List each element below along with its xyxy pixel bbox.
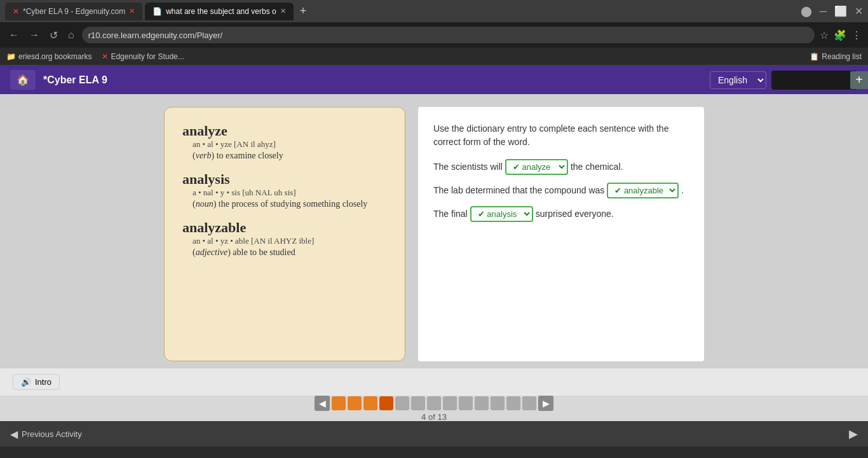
bookmark-eriesd-icon: 📁 <box>6 52 16 61</box>
url-text: r10.core.learn.edgenuity.com/Player/ <box>88 31 222 40</box>
tab-favicon-1: ✕ <box>13 7 19 16</box>
dark-mode-btn[interactable] <box>771 71 858 90</box>
back-button[interactable]: ← <box>6 29 22 41</box>
nav-actions: ☆ 🧩 ⋮ <box>820 29 862 41</box>
tab-close-2[interactable]: ✕ <box>280 7 286 15</box>
answer-select-2[interactable]: ✔ analyzable analyze analysis <box>607 183 679 198</box>
sentence-3: The final ✔ analysis analyze analyzable … <box>433 206 689 222</box>
audio-label: Intro <box>35 377 51 387</box>
player-area: analyze an • al • yze [AN il ahyz] (verb… <box>0 94 868 368</box>
profile-icon: ⬤ <box>801 5 812 17</box>
tab-subject-verbs[interactable]: 📄 what are the subject and verbs o ✕ <box>145 3 293 20</box>
reading-list-label: Reading list <box>822 52 862 61</box>
reading-list-btn[interactable]: 📋 Reading list <box>810 52 862 61</box>
app-header: 🏠 *Cyber ELA 9 English Spanish French + <box>0 66 868 94</box>
page-dot-9[interactable] <box>459 396 473 410</box>
sentence-3-after: surprised everyone. <box>536 206 614 222</box>
entry-analyzable-pos: adjective <box>196 247 228 257</box>
maximize-icon[interactable]: ⬜ <box>834 5 847 17</box>
audio-icon: 🔊 <box>21 377 31 387</box>
exercise-instruction: Use the dictionary entry to complete eac… <box>433 122 689 149</box>
tab-favicon-2: 📄 <box>153 7 162 16</box>
forward-button[interactable]: → <box>27 29 42 41</box>
page-dot-10[interactable] <box>475 396 489 410</box>
sentence-2: The lab determined that the compound was… <box>433 183 689 198</box>
page-count-label: 4 of 13 <box>421 412 447 422</box>
answer-select-1[interactable]: ✔ analyze analysis analyzable <box>505 159 568 175</box>
page-dot-11[interactable] <box>491 396 505 410</box>
footer-next-btn[interactable]: ▶ <box>849 427 858 441</box>
page-dot-2[interactable] <box>348 396 362 410</box>
reload-button[interactable]: ↺ <box>47 29 60 41</box>
minimize-icon[interactable]: ─ <box>820 6 827 17</box>
tab-close-1[interactable]: ✕ <box>129 7 135 15</box>
extensions-icon[interactable]: 🧩 <box>834 29 846 41</box>
bookmarks-bar: 📁 eriesd.org bookmarks ✕ Edgenuity for S… <box>0 48 868 66</box>
footer-prev-arrow-icon: ◀ <box>10 428 18 440</box>
sentence-3-before: The final <box>433 206 468 222</box>
entry-analysis-pos: noun <box>196 199 214 209</box>
sentence-1-before: The scientists will <box>433 159 503 175</box>
dictionary-card: analyze an • al • yze [AN il ahyz] (verb… <box>164 107 405 361</box>
page-dot-13[interactable] <box>522 396 536 410</box>
page-dot-1[interactable] <box>332 396 346 410</box>
page-dot-3[interactable] <box>363 396 377 410</box>
add-tab-button[interactable]: + <box>296 4 311 18</box>
entry-analysis: analysis a • nal • y • sis [uh NAL uh si… <box>182 171 387 209</box>
entry-analyze: analyze an • al • yze [AN il ahyz] (verb… <box>182 123 387 161</box>
bookmark-eriesd[interactable]: 📁 eriesd.org bookmarks <box>6 52 92 61</box>
pagination-bar: ◀ ▶ 4 of 13 <box>0 396 868 421</box>
page-dot-4[interactable] <box>379 396 393 410</box>
page-dot-5[interactable] <box>395 396 409 410</box>
bookmark-star-icon[interactable]: ☆ <box>820 29 829 41</box>
nav-bar: ← → ↺ ⌂ r10.core.learn.edgenuity.com/Pla… <box>0 22 868 48</box>
language-select[interactable]: English Spanish French <box>710 71 766 89</box>
sentence-2-after: . <box>681 183 684 198</box>
tab-bar: ✕ *Cyber ELA 9 - Edgenuity.com ✕ 📄 what … <box>0 0 868 22</box>
entry-analyzable-pronunciation: an • al • yz • able [AN il AHYZ ible] <box>193 236 387 246</box>
entry-analyzable-word: analyzable <box>182 219 387 236</box>
sentence-2-before: The lab determined that the compound was <box>433 183 604 198</box>
home-button-app[interactable]: 🏠 <box>10 70 36 90</box>
pagination-dots-row: ◀ ▶ <box>315 396 553 411</box>
entry-analyze-pronunciation: an • al • yze [AN il ahyz] <box>193 139 387 149</box>
footer-nav: ◀ Previous Activity ▶ <box>0 421 868 447</box>
pagination-prev-btn[interactable]: ◀ <box>315 396 330 411</box>
sentence-1: The scientists will ✔ analyze analysis a… <box>433 159 689 175</box>
pagination-next-btn[interactable]: ▶ <box>538 396 553 411</box>
answer-select-3[interactable]: ✔ analysis analyze analyzable <box>470 206 533 222</box>
browser-chrome: ✕ *Cyber ELA 9 - Edgenuity.com ✕ 📄 what … <box>0 0 868 66</box>
address-bar[interactable]: r10.core.learn.edgenuity.com/Player/ <box>82 27 815 43</box>
content-wrapper: analyze an • al • yze [AN il ahyz] (verb… <box>164 107 704 361</box>
entry-analyze-pos: verb <box>196 151 212 160</box>
tab-cyber-ela[interactable]: ✕ *Cyber ELA 9 - Edgenuity.com ✕ <box>5 3 142 20</box>
sentence-1-after: the chemical. <box>571 159 623 175</box>
page-dot-12[interactable] <box>506 396 520 410</box>
entry-analyze-definition: (verb) to examine closely <box>193 151 387 161</box>
bookmark-edgenuity-label: Edgenuity for Stude... <box>111 52 184 61</box>
entry-analyze-word: analyze <box>182 123 387 139</box>
bottom-toolbar: 🔊 Intro <box>0 368 868 396</box>
page-dot-8[interactable] <box>443 396 457 410</box>
plus-button[interactable]: + <box>850 71 868 89</box>
footer-prev-label: Previous Activity <box>22 429 82 439</box>
intro-audio-button[interactable]: 🔊 Intro <box>13 374 60 390</box>
menu-icon[interactable]: ⋮ <box>851 29 862 41</box>
footer-prev-area[interactable]: ◀ Previous Activity <box>10 428 82 440</box>
entry-analysis-definition: (noun) the process of studying something… <box>193 199 387 209</box>
page-dot-7[interactable] <box>427 396 441 410</box>
exercise-area: Use the dictionary entry to complete eac… <box>418 107 704 361</box>
tab-title-2: what are the subject and verbs o <box>166 7 276 16</box>
entry-analyzable-definition: (adjective) able to be studied <box>193 247 387 258</box>
bookmark-edgenuity-icon: ✕ <box>102 52 108 61</box>
entry-analysis-word: analysis <box>182 171 387 188</box>
bookmark-edgenuity[interactable]: ✕ Edgenuity for Stude... <box>102 52 184 61</box>
app-title: *Cyber ELA 9 <box>43 74 107 86</box>
reading-list-icon: 📋 <box>810 52 819 61</box>
bookmark-eriesd-label: eriesd.org bookmarks <box>18 52 92 61</box>
header-right: English Spanish French <box>710 71 858 90</box>
page-dot-6[interactable] <box>411 396 425 410</box>
home-button[interactable]: ⌂ <box>65 29 77 41</box>
tab-title-1: *Cyber ELA 9 - Edgenuity.com <box>23 7 125 16</box>
close-icon[interactable]: ✕ <box>855 5 863 17</box>
